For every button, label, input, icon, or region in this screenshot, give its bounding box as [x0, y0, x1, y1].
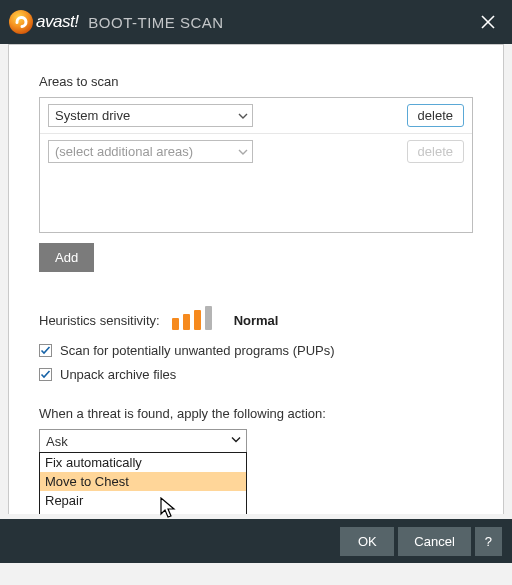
- close-button[interactable]: [474, 8, 502, 36]
- chevron-down-icon: [237, 110, 249, 122]
- sensitivity-bar-4: [205, 306, 212, 330]
- heuristics-level: Normal: [234, 313, 279, 330]
- threat-action-select[interactable]: Ask: [39, 429, 247, 453]
- checkbox-row-pups[interactable]: Scan for potentially unwanted programs (…: [39, 343, 473, 358]
- threat-action-option[interactable]: Move to Chest: [40, 472, 246, 491]
- delete-area-button[interactable]: delete: [407, 104, 464, 127]
- area-row: (select additional areas) delete: [40, 134, 472, 169]
- add-area-button[interactable]: Add: [39, 243, 94, 272]
- dialog-footer: OK Cancel ?: [0, 519, 512, 563]
- close-icon: [479, 13, 497, 31]
- window-title: BOOT-TIME SCAN: [88, 14, 223, 31]
- sensitivity-bar-2: [183, 314, 190, 330]
- delete-area-button-disabled: delete: [407, 140, 464, 163]
- area-row: System drive delete: [40, 98, 472, 134]
- area-select[interactable]: System drive: [48, 104, 253, 127]
- areas-to-scan-label: Areas to scan: [39, 74, 473, 89]
- threat-action-label: When a threat is found, apply the follow…: [39, 406, 473, 421]
- sensitivity-bar-3: [194, 310, 201, 330]
- checkbox-label: Scan for potentially unwanted programs (…: [60, 343, 335, 358]
- help-button[interactable]: ?: [475, 527, 502, 556]
- avast-orb-icon: [8, 9, 34, 35]
- checkbox-icon: [39, 368, 52, 381]
- threat-action-option[interactable]: Repair: [40, 491, 246, 510]
- threat-action-option[interactable]: Ask: [40, 510, 246, 514]
- area-select-empty[interactable]: (select additional areas): [48, 140, 253, 163]
- chevron-down-icon: [230, 434, 242, 449]
- threat-action-section: When a threat is found, apply the follow…: [39, 406, 473, 453]
- area-select-value: System drive: [55, 108, 130, 123]
- svg-point-0: [9, 10, 33, 34]
- checkbox-icon: [39, 344, 52, 357]
- chevron-down-icon: [237, 146, 249, 158]
- panel-scroll: Areas to scan System drive delete (selec…: [0, 44, 512, 514]
- settings-panel: Areas to scan System drive delete (selec…: [8, 44, 504, 514]
- sensitivity-bar-1: [172, 318, 179, 330]
- brand-text: avast!: [36, 12, 78, 32]
- heuristics-bars[interactable]: [172, 306, 212, 330]
- threat-action-selected: Ask: [46, 434, 68, 449]
- window-titlebar: avast! BOOT-TIME SCAN: [0, 0, 512, 44]
- checkbox-row-unpack[interactable]: Unpack archive files: [39, 367, 473, 382]
- checkbox-label: Unpack archive files: [60, 367, 176, 382]
- area-select-placeholder: (select additional areas): [55, 144, 193, 159]
- avast-logo: [8, 9, 34, 35]
- threat-action-option[interactable]: Fix automatically: [40, 453, 246, 472]
- heuristics-label: Heuristics sensitivity:: [39, 313, 160, 330]
- heuristics-row: Heuristics sensitivity: Normal: [39, 306, 473, 330]
- cancel-button[interactable]: Cancel: [398, 527, 470, 556]
- areas-list: System drive delete (select additional a…: [39, 97, 473, 233]
- ok-button[interactable]: OK: [340, 527, 394, 556]
- threat-action-dropdown: Fix automaticallyMove to ChestRepairAskD…: [39, 452, 247, 514]
